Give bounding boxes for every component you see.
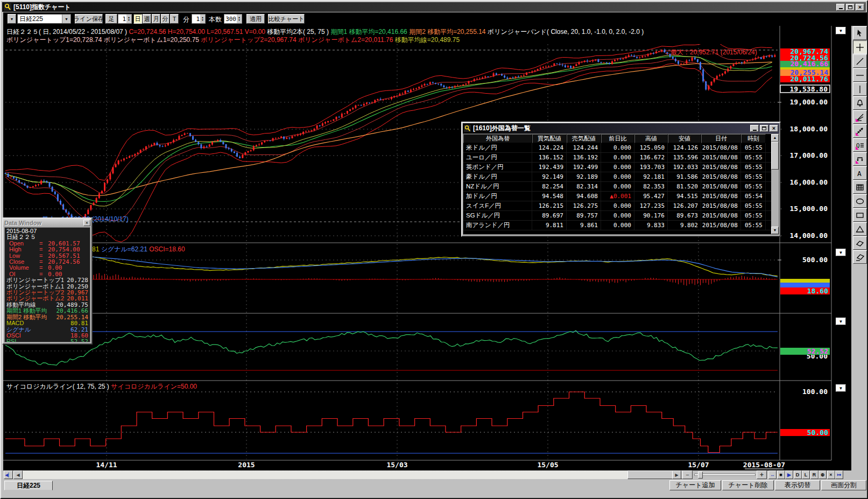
d-button[interactable]: D bbox=[794, 470, 802, 479]
minimize-button[interactable] bbox=[836, 4, 845, 11]
forex-row[interactable]: SGドル／円89.69789.7570.00090.17689.6732015/… bbox=[463, 211, 779, 221]
forex-column-header[interactable]: 高値 bbox=[634, 134, 668, 143]
panel-dropdown-button[interactable]: ▼ bbox=[836, 318, 846, 325]
fan-lines-tool[interactable] bbox=[853, 110, 867, 124]
forex-row[interactable]: 英ポンド／円192.439192.4990.000193.703192.0332… bbox=[463, 163, 779, 172]
delete-chart-button[interactable]: チャート削除 bbox=[722, 480, 774, 490]
crosshair-tool[interactable] bbox=[853, 40, 867, 54]
forex-window[interactable]: [1610]外国為替一覧 × 外国為替買気配値売気配値前日比高値安値日付時刻 米… bbox=[461, 122, 781, 237]
ellipse-tool[interactable] bbox=[853, 194, 867, 208]
data-window[interactable]: Data Window × 2015-08-07日経２２５Open=20,601… bbox=[2, 217, 93, 345]
zoom-in-button[interactable]: + bbox=[757, 470, 767, 479]
scrollbar-track[interactable] bbox=[23, 470, 672, 479]
spinner-arrows-icon[interactable]: ▲▼ bbox=[200, 15, 205, 23]
add-chart-button[interactable]: チャート追加 bbox=[669, 480, 721, 490]
split-screen-button[interactable]: 画面分割 bbox=[821, 480, 866, 490]
alert-bell-tool[interactable] bbox=[853, 96, 867, 110]
forex-row[interactable]: ユーロ／円136.152136.1920.000136.672135.59620… bbox=[463, 153, 779, 163]
scroll-up-icon[interactable]: ▲ bbox=[771, 134, 779, 142]
forex-row[interactable]: スイスF／円126.215126.2750.000127.235126.2072… bbox=[463, 201, 779, 211]
period-tick-button[interactable]: T bbox=[170, 14, 179, 24]
stop-button[interactable]: ■ bbox=[777, 470, 785, 479]
cycle-lines-tool[interactable] bbox=[853, 152, 867, 166]
l-button[interactable]: L bbox=[802, 470, 810, 479]
scroll-right-icon[interactable]: ▶ bbox=[672, 470, 681, 479]
pointer-tool[interactable] bbox=[853, 26, 867, 40]
forex-column-header[interactable]: 買気配値 bbox=[532, 134, 567, 143]
forex-row[interactable]: 南アランド／円9.8119.8610.0009.8339.8022015/08/… bbox=[463, 221, 779, 230]
forex-column-header[interactable]: 日付 bbox=[701, 134, 741, 143]
pan-button[interactable]: ↔ bbox=[768, 470, 777, 479]
currency-pair: 加ドル／円 bbox=[463, 192, 532, 201]
r-button[interactable]: R bbox=[810, 470, 818, 479]
text-label-tool[interactable]: A bbox=[853, 166, 867, 180]
toggle-display-button[interactable]: 表示切替 bbox=[775, 480, 820, 490]
eraser-all-tool[interactable] bbox=[853, 250, 867, 264]
eraser-tool[interactable] bbox=[853, 236, 867, 250]
save-lines-button[interactable]: ライン保存 bbox=[75, 14, 103, 24]
horizontal-line-tool[interactable] bbox=[853, 68, 867, 82]
forex-row[interactable]: 米ドル／円124.224124.2440.000125.050124.12620… bbox=[463, 143, 779, 153]
scrollbar-thumb[interactable] bbox=[771, 142, 779, 170]
title-bar[interactable]: [5110]指数チャート × bbox=[2, 2, 866, 12]
ashi-label[interactable]: 足 bbox=[105, 14, 117, 24]
data-window-title-bar[interactable]: Data Window × bbox=[3, 219, 91, 227]
zoom-button[interactable]: ⊕ bbox=[818, 470, 827, 479]
maximize-button[interactable] bbox=[846, 4, 855, 11]
chevron-down-icon[interactable]: ▼ bbox=[62, 15, 70, 23]
play-button[interactable]: ▶ bbox=[785, 470, 793, 479]
forex-title-bar[interactable]: [1610]外国為替一覧 × bbox=[463, 123, 779, 133]
data-window-close-icon[interactable]: × bbox=[83, 220, 90, 226]
end-button[interactable]: ↦ bbox=[835, 470, 843, 479]
svg-text:16,000.00: 16,000.00 bbox=[790, 178, 828, 186]
spinner-arrows-icon[interactable]: ▲▼ bbox=[237, 15, 242, 23]
forex-scrollbar[interactable]: ▲ ▼ bbox=[771, 134, 779, 234]
window-select-button[interactable]: ▼ bbox=[8, 14, 16, 24]
period-week-button[interactable]: 週 bbox=[143, 14, 151, 24]
ashi-spinner[interactable]: 1 ▲▼ bbox=[118, 14, 132, 24]
grid-sheet-tool[interactable] bbox=[853, 180, 867, 194]
scroll-left-icon[interactable]: ◀ bbox=[13, 470, 23, 479]
minute-spinner[interactable]: 1 ▲▼ bbox=[192, 14, 206, 24]
trendline-tool[interactable] bbox=[853, 54, 867, 68]
period-day-button[interactable]: 日 bbox=[133, 14, 142, 24]
price-tag: 20,011.76 bbox=[780, 75, 830, 83]
label-segment: ボリンジャーボトム1=20,250.75 bbox=[104, 36, 201, 44]
compare-chart-button[interactable]: 比較チャート bbox=[268, 14, 305, 24]
forex-column-header[interactable]: 時刻 bbox=[741, 134, 766, 143]
panel-dropdown-button[interactable]: ▼ bbox=[836, 249, 846, 256]
forex-minimize-button[interactable] bbox=[750, 125, 759, 132]
forex-cell: 81.520 bbox=[668, 182, 701, 191]
triangle-tool[interactable] bbox=[853, 222, 867, 236]
data-window-row: High=20,754.00 bbox=[6, 247, 88, 252]
forex-row[interactable]: 加ドル／円94.54894.608▲ 0.00195.42794.5152015… bbox=[463, 192, 779, 201]
apply-button[interactable]: 適用 bbox=[246, 14, 265, 24]
symbol-combo[interactable]: 日経225 ▼ bbox=[17, 14, 71, 24]
close-button[interactable]: × bbox=[856, 4, 864, 11]
close-button[interactable]: × bbox=[827, 470, 835, 479]
chart-tab[interactable]: 日経225 bbox=[4, 481, 53, 490]
scroll-home-icon[interactable]: ◀▏ bbox=[4, 470, 13, 479]
rectangle-tool[interactable] bbox=[853, 208, 867, 222]
panel-dropdown-button[interactable]: ▼ bbox=[836, 384, 846, 392]
slider-thumb[interactable] bbox=[698, 472, 703, 479]
zoom-out-button[interactable]: − bbox=[682, 470, 693, 479]
vertical-line-tool[interactable] bbox=[853, 82, 867, 96]
bars-spinner[interactable]: 300 ▲▼ bbox=[224, 14, 242, 24]
panel-dropdown-button[interactable]: ▼ bbox=[836, 27, 846, 34]
zoom-slider[interactable] bbox=[694, 474, 756, 476]
forex-column-header[interactable]: 安値 bbox=[668, 134, 701, 143]
forex-column-header[interactable]: 売気配値 bbox=[567, 134, 601, 143]
regression-arrow-tool[interactable] bbox=[853, 124, 867, 138]
forex-column-header[interactable]: 前日比 bbox=[601, 134, 634, 143]
forex-close-button[interactable]: × bbox=[770, 125, 778, 132]
quote-note-tool[interactable]: Q bbox=[853, 138, 867, 152]
spinner-arrows-icon[interactable]: ▲▼ bbox=[126, 15, 131, 23]
forex-row[interactable]: NZドル／円82.25482.3140.00082.35381.5202015/… bbox=[463, 182, 779, 192]
forex-column-header[interactable]: 外国為替 bbox=[463, 134, 532, 143]
forex-row[interactable]: 豪ドル／円92.14992.1890.00092.18191.5862015/0… bbox=[463, 172, 779, 182]
period-minute-button[interactable]: 分 bbox=[161, 14, 170, 24]
forex-maximize-button[interactable] bbox=[760, 125, 768, 132]
period-month-button[interactable]: 月 bbox=[152, 14, 160, 24]
scroll-down-icon[interactable]: ▼ bbox=[771, 227, 779, 234]
